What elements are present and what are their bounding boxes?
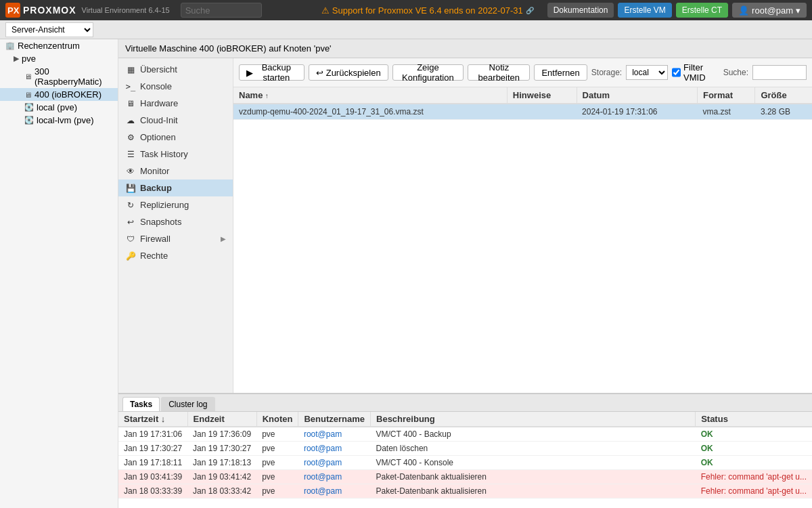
- firewall-arrow-icon: ▶: [221, 235, 226, 242]
- tree-vm300[interactable]: 🖥 300 (RaspberryMatic): [0, 65, 118, 88]
- edit-note-button[interactable]: Notiz bearbeiten: [468, 64, 530, 81]
- datacenter-icon: 🏢: [5, 41, 15, 50]
- col-name[interactable]: Name ↑: [233, 87, 507, 104]
- task-endzeit: Jan 19 03:41:42: [187, 470, 256, 484]
- backup-row-name: vzdump-qemu-400-2024_01_19-17_31_06.vma.…: [233, 104, 507, 120]
- optionen-icon: ⚙: [125, 133, 136, 142]
- task-startzeit: Jan 19 17:31:06: [118, 427, 187, 442]
- task-benutzername: root@pam: [298, 470, 371, 484]
- tree-storage-lvm[interactable]: 💽 local-lvm (pve): [0, 114, 118, 127]
- firewall-icon: 🛡: [125, 234, 136, 244]
- storage-select[interactable]: local: [626, 65, 668, 80]
- tasks-col-benutzername[interactable]: Benutzername: [298, 412, 371, 427]
- tasks-col-endzeit[interactable]: Endzeit: [187, 412, 256, 427]
- nav-monitor-label: Monitor: [140, 166, 169, 176]
- rechte-icon: 🔑: [125, 251, 136, 261]
- topbar-search-input[interactable]: [181, 3, 262, 18]
- server-view-select[interactable]: Server-Ansicht: [5, 22, 93, 37]
- nav-backup[interactable]: 💾 Backup: [118, 179, 233, 196]
- task-benutzername: root@pam: [298, 442, 371, 456]
- sort-name-icon: ↑: [265, 92, 269, 100]
- tasks-col-knoten[interactable]: Knoten: [256, 412, 298, 427]
- topbar: PX PROXMOX Virtual Environment 6.4-15 ⚠ …: [0, 0, 812, 20]
- task-row[interactable]: Jan 19 17:18:11 Jan 19 17:18:13 pve root…: [118, 456, 812, 470]
- tree-vm400[interactable]: 🖥 400 (ioBROKER): [0, 88, 118, 101]
- storage-local-icon: 💽: [24, 103, 34, 112]
- task-startzeit: Jan 18 03:33:39: [118, 484, 187, 499]
- chevron-down-icon: ▾: [796, 5, 800, 16]
- warning-link[interactable]: Support for Proxmox VE 6.4 ends on 2022-…: [332, 5, 523, 16]
- backup-toolbar: ▶ Backup starten ↩ Zurückspielen Zeige K…: [233, 58, 812, 87]
- tree-pve[interactable]: ▶ pve: [0, 52, 118, 65]
- user-menu-button[interactable]: 👤 root@pam ▾: [732, 3, 807, 18]
- restore-icon: ↩: [316, 68, 323, 78]
- tasks-col-beschreibung[interactable]: Beschreibung: [371, 412, 696, 427]
- tree-datacenter-label: Rechenzentrum: [18, 41, 80, 51]
- nav-snapshots[interactable]: ↩ Snapshots: [118, 213, 233, 230]
- nav-uebersicht-label: Übersicht: [140, 64, 177, 75]
- col-hints[interactable]: Hinweise: [507, 87, 577, 104]
- sort-startzeit-icon: ↓: [161, 414, 166, 424]
- backup-row[interactable]: vzdump-qemu-400-2024_01_19-17_31_06.vma.…: [233, 104, 812, 120]
- nav-monitor[interactable]: 👁 Monitor: [118, 163, 233, 179]
- vm400-icon: 🖥: [24, 91, 32, 99]
- tasks-col-status[interactable]: Status: [696, 412, 812, 427]
- tasks-table: Startzeit ↓ Endzeit Knoten Benutzername: [118, 412, 812, 508]
- tree-storage-lvm-label: local-lvm (pve): [37, 115, 94, 125]
- storage-label: Storage:: [591, 68, 622, 77]
- filter-vmid-checkbox[interactable]: [672, 68, 681, 77]
- nav-replizierung[interactable]: ↻ Replizierung: [118, 196, 233, 213]
- tab-tasks[interactable]: Tasks: [122, 397, 160, 411]
- tree-datacenter[interactable]: 🏢 Rechenzentrum: [0, 39, 118, 52]
- filter-vmid-wrap: Filter VMID: [672, 62, 714, 83]
- nav-task-history[interactable]: ☰ Task History: [118, 146, 233, 163]
- create-ct-button[interactable]: Erstelle CT: [676, 3, 728, 18]
- create-vm-button[interactable]: Erstelle VM: [618, 3, 671, 18]
- nav-rechte-label: Rechte: [140, 251, 168, 261]
- left-tree: 🏢 Rechenzentrum ▶ pve 🖥 300 (RaspberryMa…: [0, 39, 118, 508]
- nav-rechte[interactable]: 🔑 Rechte: [118, 247, 233, 264]
- nav-task-history-label: Task History: [140, 149, 188, 159]
- task-endzeit: Jan 19 17:18:13: [187, 456, 256, 470]
- col-size[interactable]: Größe: [755, 87, 812, 104]
- tab-cluster-log[interactable]: Cluster log: [161, 397, 215, 411]
- secondbar: Server-Ansicht: [0, 20, 812, 39]
- tree-storage-local[interactable]: 💽 local (pve): [0, 101, 118, 114]
- task-row[interactable]: Jan 19 17:31:06 Jan 19 17:36:09 pve root…: [118, 427, 812, 442]
- backup-icon: 💾: [125, 184, 136, 193]
- pve-icon: ▶: [14, 54, 19, 63]
- task-status: OK: [696, 442, 812, 456]
- task-beschreibung: Paket-Datenbank aktualisieren: [371, 484, 696, 499]
- task-status: Fehler: command 'apt-get u...: [696, 470, 812, 484]
- task-endzeit: Jan 19 17:36:09: [187, 427, 256, 442]
- restore-button[interactable]: ↩ Zurückspielen: [309, 64, 388, 81]
- backup-search-input[interactable]: [752, 65, 807, 80]
- uebersicht-icon: ▦: [125, 65, 136, 75]
- user-icon: 👤: [738, 5, 749, 16]
- backup-tbody: vzdump-qemu-400-2024_01_19-17_31_06.vma.…: [233, 104, 812, 120]
- nav-cloud-init[interactable]: ☁ Cloud-Init: [118, 112, 233, 129]
- topbar-warning: ⚠ Support for Proxmox VE 6.4 ends on 202…: [321, 5, 534, 16]
- backup-table: Name ↑ Hinweise Datum For: [233, 87, 812, 393]
- show-config-button[interactable]: Zeige Konfiguration: [392, 64, 464, 81]
- col-format[interactable]: Format: [697, 87, 754, 104]
- tree-pve-label: pve: [22, 54, 36, 64]
- nav-konsole[interactable]: >_ Konsole: [118, 78, 233, 95]
- task-row[interactable]: Jan 19 03:41:39 Jan 19 03:41:42 pve root…: [118, 470, 812, 484]
- dokumentation-button[interactable]: Dokumentation: [547, 3, 614, 18]
- task-status: OK: [696, 456, 812, 470]
- nav-optionen[interactable]: ⚙ Optionen: [118, 129, 233, 146]
- backup-row-size: 3.28 GB: [755, 104, 812, 120]
- left-nav: ▦ Übersicht >_ Konsole 🖥 Hardware ☁ Clou…: [118, 58, 233, 393]
- backup-start-button[interactable]: ▶ Backup starten: [239, 64, 304, 81]
- col-date[interactable]: Datum: [577, 87, 697, 104]
- nav-firewall[interactable]: 🛡 Firewall ▶: [118, 230, 233, 247]
- task-row[interactable]: Jan 19 17:30:27 Jan 19 17:30:27 pve root…: [118, 442, 812, 456]
- nav-hardware[interactable]: 🖥 Hardware: [118, 95, 233, 112]
- tasks-col-startzeit[interactable]: Startzeit ↓: [118, 412, 187, 427]
- content-inner: ▦ Übersicht >_ Konsole 🖥 Hardware ☁ Clou…: [118, 58, 812, 393]
- nav-uebersicht[interactable]: ▦ Übersicht: [118, 61, 233, 78]
- tree-storage-local-label: local (pve): [37, 102, 77, 112]
- remove-button[interactable]: Entfernen: [534, 64, 587, 81]
- task-row[interactable]: Jan 18 03:33:39 Jan 18 03:33:42 pve root…: [118, 484, 812, 499]
